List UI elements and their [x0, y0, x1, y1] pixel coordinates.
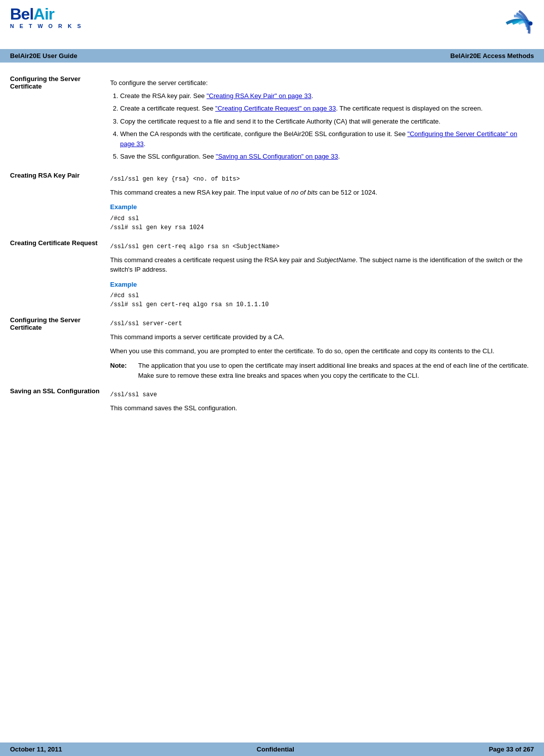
footer-center: Confidential	[257, 745, 294, 753]
section-configuring-cert-intro: Configuring the Server Certificate To co…	[10, 70, 534, 167]
nav-right: BelAir20E Access Methods	[450, 52, 534, 60]
logo-bel: Bel	[10, 5, 34, 23]
list-item-1: Create the RSA key pair. See "Creating R…	[120, 91, 529, 101]
list-item-2: Create a certificate request. See "Creat…	[120, 104, 529, 114]
nav-left: BelAir20E User Guide	[10, 52, 77, 60]
section-data-configuring-cert-1: To configure the server certificate: Cre…	[110, 70, 534, 167]
section-label-rsa: Creating RSA Key Pair	[10, 167, 110, 234]
list-item-4: When the CA responds with the certificat…	[120, 129, 529, 149]
note-label: Note:	[110, 361, 134, 380]
page-header: BelAir N E T W O R K S	[0, 0, 544, 47]
section-saving-ssl: Saving an SSL Configuration /ssl/ssl sav…	[10, 382, 534, 415]
list-item-5: Save the SSL configuration. See "Saving …	[120, 152, 529, 162]
server-cert-desc2: When you use this command, you are promp…	[110, 346, 529, 356]
rsa-description: This command creates a new RSA key pair.…	[110, 188, 529, 198]
steps-list: Create the RSA key pair. See "Creating R…	[120, 91, 529, 162]
nav-bar: BelAir20E User Guide BelAir20E Access Me…	[0, 49, 544, 63]
cert-req-description: This command creates a certificate reque…	[110, 255, 529, 275]
rsa-example-heading: Example	[110, 202, 529, 212]
list-item-3: Copy the certificate request to a file a…	[120, 117, 529, 127]
footer-left: October 11, 2011	[10, 745, 62, 753]
rsa-italic: no of bits	[291, 189, 318, 196]
ssl-save-desc1: This command saves the SSL configuration…	[110, 403, 529, 413]
intro-text: To configure the server certificate:	[110, 78, 529, 88]
section-rsa-key: Creating RSA Key Pair /ssl/ssl gen key {…	[10, 167, 534, 234]
section-data-cert-req: /ssl/ssl gen cert-req algo rsa sn <Subje…	[110, 234, 534, 312]
svg-point-1	[528, 22, 532, 26]
section-configuring-cert-2: Configuring the Server Certificate /ssl/…	[10, 311, 534, 382]
section-data-rsa: /ssl/ssl gen key {rsa} <no. of bits> Thi…	[110, 167, 534, 234]
belair-logo: BelAir	[10, 6, 83, 22]
section-data-configuring-cert-2: /ssl/ssl server-cert This command import…	[110, 311, 534, 382]
section-label-saving-ssl: Saving an SSL Configuration	[10, 382, 110, 415]
rsa-example-code: /#cd ssl /ssl# ssl gen key rsa 1024	[110, 214, 529, 232]
cert-req-command: /ssl/ssl gen cert-req algo rsa sn <Subje…	[110, 242, 529, 251]
note-box: Note: The application that you use to op…	[110, 361, 529, 380]
logo-area: BelAir N E T W O R K S	[10, 6, 83, 29]
logo-air: Air	[34, 5, 54, 23]
note-content: The application that you use to open the…	[138, 361, 529, 380]
footer-right: Page 33 of 267	[489, 745, 534, 753]
link-rsa-key[interactable]: "Creating RSA Key Pair" on page 33	[207, 92, 311, 100]
cert-req-italic: SubjectName	[317, 256, 356, 264]
section-data-saving-ssl: /ssl/ssl save This command saves the SSL…	[110, 382, 534, 415]
cert-req-example-heading: Example	[110, 280, 529, 290]
cert-req-example-code: /#cd ssl /ssl# ssl gen cert-req algo rsa…	[110, 291, 529, 309]
network-icon	[489, 6, 534, 43]
ssl-save-command: /ssl/ssl save	[110, 390, 529, 399]
link-server-cert[interactable]: "Configuring the Server Certificate" on …	[120, 130, 517, 148]
section-label-configuring-cert-2: Configuring the Server Certificate	[10, 311, 110, 382]
section-cert-request: Creating Certificate Request /ssl/ssl ge…	[10, 234, 534, 312]
main-content: Configuring the Server Certificate To co…	[0, 63, 544, 423]
link-ssl-config[interactable]: "Saving an SSL Configuration" on page 33	[216, 153, 338, 160]
logo-networks: N E T W O R K S	[10, 23, 83, 29]
rsa-command: /ssl/ssl gen key {rsa} <no. of bits>	[110, 175, 529, 184]
server-cert-desc1: This command imports a server certificat…	[110, 332, 529, 342]
content-table: Configuring the Server Certificate To co…	[10, 70, 534, 415]
footer-wrapper: October 11, 2011 Confidential Page 33 of…	[0, 742, 544, 756]
section-label-configuring-cert-1: Configuring the Server Certificate	[10, 70, 110, 167]
footer-bar: October 11, 2011 Confidential Page 33 of…	[0, 742, 544, 756]
section-label-cert-req: Creating Certificate Request	[10, 234, 110, 312]
server-cert-command: /ssl/ssl server-cert	[110, 319, 529, 328]
link-cert-request[interactable]: "Creating Certificate Request" on page 3…	[215, 105, 336, 112]
